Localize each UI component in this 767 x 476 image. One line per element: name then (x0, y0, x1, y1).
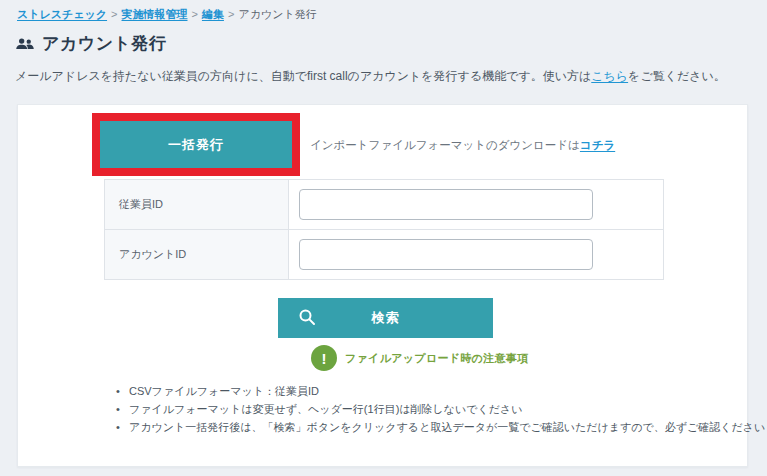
page-description: メールアドレスを持たない従業員の方向けに、自動でfirst callのアカウント… (15, 68, 726, 85)
list-item: アカウント一括発行後は、「検索」ボタンをクリックすると取込データが一覧でご確認い… (116, 422, 765, 433)
upload-notice: ! ファイルアップロード時の注意事項 (311, 345, 528, 371)
breadcrumb-separator: > (192, 8, 198, 20)
breadcrumb-implementation-info-link[interactable]: 実施情報管理 (122, 8, 188, 20)
import-format-note: インポートファイルフォーマットのダウンロードはコチラ (310, 138, 615, 153)
account-issue-card: 一括発行 インポートファイルフォーマットのダウンロードはコチラ 従業員ID アカ… (17, 104, 748, 467)
employee-id-label: 従業員ID (105, 180, 289, 230)
employee-id-cell (289, 180, 664, 230)
breadcrumb-edit-link[interactable]: 編集 (202, 8, 224, 20)
breadcrumb-stress-check-link[interactable]: ストレスチェック (17, 8, 107, 20)
table-row: 従業員ID (105, 180, 664, 230)
import-note-text: インポートファイルフォーマットのダウンロードは (310, 139, 580, 151)
search-form-table: 従業員ID アカウントID (104, 179, 664, 280)
page-title: アカウント発行 (42, 32, 167, 55)
list-item: CSVファイルフォーマット：従業員ID (116, 386, 765, 397)
account-id-label: アカウントID (105, 230, 289, 280)
list-item: ファイルフォーマットは変更せず、ヘッダー行(1行目)は削除しないでください (116, 404, 765, 415)
breadcrumb-separator: > (228, 8, 234, 20)
breadcrumb-current-account-issue: アカウント発行 (238, 8, 316, 20)
employee-id-input[interactable] (299, 189, 593, 220)
usage-guide-link[interactable]: こちら (591, 69, 628, 83)
notes-list: CSVファイルフォーマット：従業員ID ファイルフォーマットは変更せず、ヘッダー… (116, 386, 765, 440)
people-icon (15, 37, 35, 51)
description-text-after: をご覧ください。 (628, 69, 726, 83)
exclamation-icon: ! (311, 345, 337, 371)
red-highlight-annotation: 一括発行 (92, 113, 300, 176)
breadcrumb: ストレスチェック>実施情報管理>編集>アカウント発行 (17, 7, 317, 22)
account-issue-page: ストレスチェック>実施情報管理>編集>アカウント発行 アカウント発行 メールアド… (0, 0, 767, 476)
upload-notice-title: ファイルアップロード時の注意事項 (345, 351, 528, 366)
breadcrumb-separator: > (111, 8, 117, 20)
bulk-issue-button[interactable]: 一括発行 (100, 121, 292, 168)
search-icon (298, 308, 316, 329)
account-id-cell (289, 230, 664, 280)
account-id-input[interactable] (299, 239, 593, 270)
page-header: アカウント発行 (15, 32, 167, 55)
description-text: メールアドレスを持たない従業員の方向けに、自動でfirst callのアカウント… (15, 69, 591, 83)
search-button[interactable]: 検索 (278, 298, 493, 338)
table-row: アカウントID (105, 230, 664, 280)
import-format-download-link[interactable]: コチラ (580, 139, 615, 151)
